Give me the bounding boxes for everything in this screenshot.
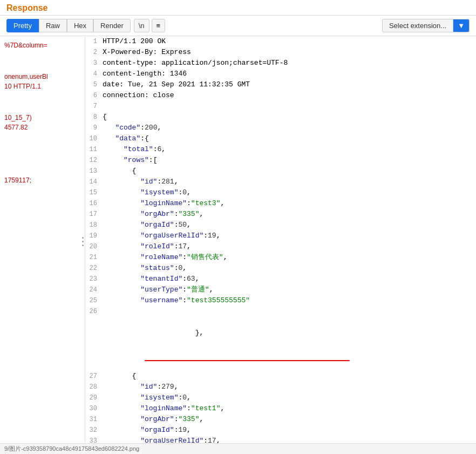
line-content-24: "userType":"普通", [103, 284, 476, 295]
line-content-20: "roleId":17, [103, 241, 476, 252]
code-line-10: 10 "data":{ [85, 133, 476, 144]
code-line-11: 11 "total":6, [85, 144, 476, 155]
response-header: Response [0, 0, 476, 16]
tab-raw[interactable]: Raw [39, 19, 67, 32]
line-num-15: 15 [85, 187, 103, 198]
line-content-10: "data":{ [103, 133, 476, 144]
line-num-18: 18 [85, 220, 103, 231]
code-line-27: 27 { [85, 371, 476, 382]
line-num-8: 8 [85, 112, 103, 123]
code-line-19: 19 "orgaUserRelId":19, [85, 231, 476, 241]
line-num-4: 4 [85, 69, 103, 79]
code-line-21: 21 "roleName":"销售代表", [85, 252, 476, 263]
code-line-4: 4 content-length: 1346 [85, 69, 476, 79]
line-content-13: { [103, 166, 476, 177]
status-text: 9/图片-c939358790ca48c49175843ed6082224.pn… [4, 445, 139, 452]
code-line-8: 8 { [85, 112, 476, 123]
line-content-30: "loginName":"test1", [103, 403, 476, 414]
line-content-28: "id":279, [103, 382, 476, 392]
line-num-3: 3 [85, 58, 103, 69]
code-line-23: 23 "tenantId":63, [85, 274, 476, 284]
line-content-12: "rows":[ [103, 155, 476, 166]
select-extension-arrow[interactable]: ▼ [453, 19, 470, 32]
code-line-20: 20 "roleId":17, [85, 241, 476, 252]
code-line-15: 15 "isystem":0, [85, 187, 476, 198]
code-line-7: 7 [85, 101, 476, 112]
code-line-16: 16 "loginName":"test3", [85, 198, 476, 209]
line-num-12: 12 [85, 155, 103, 166]
code-area[interactable]: 1 HTTP/1.1 200 OK 2 X-Powered-By: Expres… [85, 36, 476, 447]
line-content-27: { [103, 371, 476, 382]
left-item-1: onenum,userBl [0, 72, 85, 82]
resize-handle[interactable] [80, 36, 85, 447]
code-line-22: 22 "status":0, [85, 263, 476, 274]
tab-hex[interactable]: Hex [67, 19, 93, 32]
tab-render[interactable]: Render [93, 19, 131, 32]
select-extension-group: Select extension... ▼ [382, 19, 470, 32]
select-extension-button[interactable]: Select extension... [382, 19, 453, 32]
code-line-29: 29 "isystem":0, [85, 392, 476, 403]
left-item-4: 4577.82 [0, 123, 85, 132]
code-line-25: 25 "username":"test355555555" [85, 295, 476, 306]
code-line-6: 6 connection: close [85, 90, 476, 101]
code-line-12: 12 "rows":[ [85, 155, 476, 166]
line-content-23: "tenantId":63, [103, 274, 476, 284]
line-num-16: 16 [85, 198, 103, 209]
line-content-25: "username":"test355555555" [103, 295, 476, 306]
line-num-22: 22 [85, 263, 103, 274]
line-num-7: 7 [85, 101, 103, 112]
line-num-26: 26 [85, 306, 103, 317]
line-content-4: content-length: 1346 [103, 69, 476, 79]
line-content-15: "isystem":0, [103, 187, 476, 198]
line-num-11: 11 [85, 144, 103, 155]
line-num-17: 17 [85, 209, 103, 220]
main-container: %7D&column= onenum,userBl 10 HTTP/1.1 10… [0, 36, 476, 447]
line-num-25: 25 [85, 295, 103, 306]
line-content-5: date: Tue, 21 Sep 2021 11:32:35 GMT [103, 79, 476, 90]
left-panel: %7D&column= onenum,userBl 10 HTTP/1.1 10… [0, 36, 85, 447]
code-line-32: 32 "orgaId":19, [85, 425, 476, 436]
code-line-24: 24 "userType":"普通", [85, 284, 476, 295]
menu-button[interactable]: ≡ [152, 19, 166, 32]
line-content-7 [103, 101, 476, 112]
tab-nl[interactable]: \n [134, 19, 149, 32]
line-content-31: "orgAbr":"335", [103, 414, 476, 425]
line-num-9: 9 [85, 123, 103, 133]
line-content-17: "orgAbr":"335", [103, 209, 476, 220]
code-line-13: 13 { [85, 166, 476, 177]
line-content-14: "id":281, [103, 177, 476, 187]
line-num-2: 2 [85, 47, 103, 58]
line-content-16: "loginName":"test3", [103, 198, 476, 209]
line-num-13: 13 [85, 166, 103, 177]
line-num-28: 28 [85, 382, 103, 392]
line-content-29: "isystem":0, [103, 392, 476, 403]
line-content-6: connection: close [103, 90, 476, 101]
line-content-22: "status":0, [103, 263, 476, 274]
code-line-28: 28 "id":279, [85, 382, 476, 392]
tab-pretty[interactable]: Pretty [6, 19, 39, 32]
code-line-5: 5 date: Tue, 21 Sep 2021 11:32:35 GMT [85, 79, 476, 90]
code-line-18: 18 "orgaId":50, [85, 220, 476, 231]
response-title: Response [6, 3, 47, 13]
line-content-3: content-type: application/json;charset=U… [103, 58, 476, 69]
code-line-9: 9 "code":200, [85, 123, 476, 133]
line-content-9: "code":200, [103, 123, 476, 133]
line-num-29: 29 [85, 392, 103, 403]
line-num-14: 14 [85, 177, 103, 187]
line-content-21: "roleName":"销售代表", [103, 252, 476, 263]
code-line-2: 2 X-Powered-By: Express [85, 47, 476, 58]
line-content-26: }, [103, 306, 476, 371]
line-content-32: "orgaId":19, [103, 425, 476, 436]
left-item-3: 10_15_7) [0, 113, 85, 123]
line-num-31: 31 [85, 414, 103, 425]
line-num-19: 19 [85, 231, 103, 241]
code-line-31: 31 "orgAbr":"335", [85, 414, 476, 425]
code-line-14: 14 "id":281, [85, 177, 476, 187]
line-num-24: 24 [85, 284, 103, 295]
code-lines: 1 HTTP/1.1 200 OK 2 X-Powered-By: Expres… [85, 36, 476, 447]
line-num-6: 6 [85, 90, 103, 101]
status-bar: 9/图片-c939358790ca48c49175843ed6082224.pn… [0, 443, 476, 454]
code-line-30: 30 "loginName":"test1", [85, 403, 476, 414]
line-num-10: 10 [85, 133, 103, 144]
code-line-17: 17 "orgAbr":"335", [85, 209, 476, 220]
